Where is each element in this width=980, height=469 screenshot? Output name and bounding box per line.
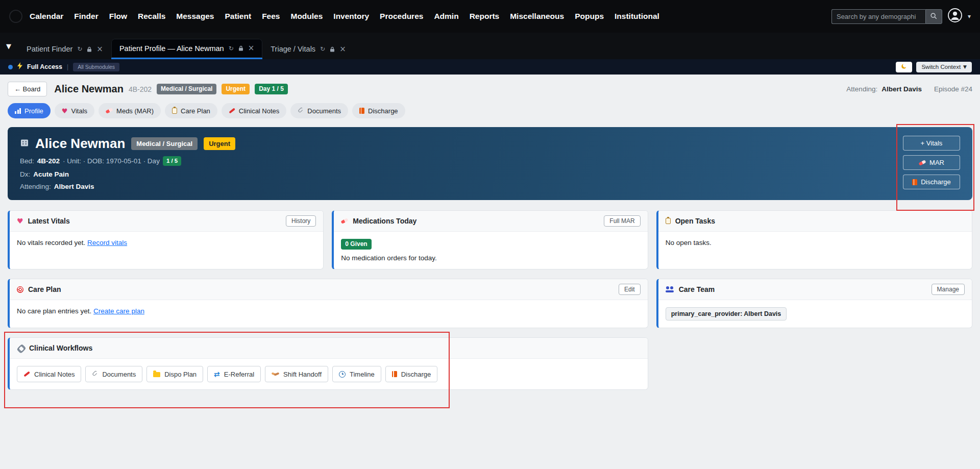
- workflow-buttons-row: Clinical Notes Documents Dispo Plan ⇄: [17, 366, 641, 382]
- given-count-badge: 0 Given: [341, 239, 371, 250]
- tab-refresh-icon[interactable]: ↻: [320, 46, 325, 52]
- tab-close-icon[interactable]: ×: [339, 45, 346, 53]
- tab-label: Patient Profile — Alice Newman: [119, 44, 224, 53]
- workflow-clinical-notes-button[interactable]: Clinical Notes: [17, 366, 81, 382]
- page-header: ← Board Alice Newman 4B-202 Medical / Su…: [8, 82, 972, 96]
- tab-patient-profile[interactable]: Patient Profile — Alice Newman ↻ ×: [111, 39, 262, 59]
- workflow-documents-button[interactable]: Documents: [85, 366, 142, 382]
- nav-item-inventory[interactable]: Inventory: [333, 12, 369, 21]
- user-menu-caret-icon[interactable]: ▾: [968, 13, 971, 19]
- submodules-badge: All Submodules: [73, 63, 119, 71]
- care-plan-edit-button[interactable]: Edit: [619, 284, 641, 295]
- workflow-dispo-plan-button[interactable]: Dispo Plan: [146, 366, 203, 382]
- workflow-discharge-button[interactable]: Discharge: [385, 366, 438, 382]
- room-number: 4B-202: [129, 85, 152, 93]
- nav-item-calendar[interactable]: Calendar: [30, 12, 63, 21]
- people-icon: [666, 286, 674, 292]
- access-level-label: Full Access: [27, 63, 62, 70]
- record-vitals-link[interactable]: Record vitals: [87, 239, 127, 246]
- nav-item-finder[interactable]: Finder: [74, 12, 98, 21]
- heart-icon: ♥: [17, 217, 23, 225]
- attending-label: Attending:: [846, 85, 877, 93]
- nav-item-institutional[interactable]: Institutional: [615, 12, 659, 21]
- card-title: Care Team: [679, 285, 715, 293]
- mar-button[interactable]: MAR: [903, 155, 960, 170]
- target-icon: [17, 286, 23, 293]
- add-vitals-button[interactable]: + Vitals: [903, 136, 960, 151]
- attending-name: Albert Davis: [54, 183, 94, 190]
- banner-acuity-badge: Urgent: [204, 137, 235, 151]
- tab-close-icon[interactable]: ×: [248, 44, 255, 52]
- acuity-badge: Urgent: [222, 84, 250, 94]
- nav-item-recalls[interactable]: Recalls: [138, 12, 165, 21]
- button-label: E-Referral: [224, 371, 254, 378]
- nav-item-popups[interactable]: Popups: [575, 12, 604, 21]
- nav-item-messages[interactable]: Messages: [176, 12, 214, 21]
- folder-icon: [153, 372, 160, 377]
- nav-item-modules[interactable]: Modules: [290, 12, 323, 21]
- pill-label: Meds (MAR): [116, 107, 154, 115]
- search-button[interactable]: [925, 9, 942, 24]
- vitals-history-button[interactable]: History: [286, 215, 316, 227]
- care-team-manage-button[interactable]: Manage: [932, 284, 965, 295]
- paperclip-icon: [298, 107, 304, 115]
- tab-refresh-icon[interactable]: ↻: [77, 46, 82, 52]
- care-plan-card: Care Plan Edit No care plan entries yet.…: [8, 279, 648, 328]
- workflow-timeline-button[interactable]: Timeline: [332, 366, 381, 382]
- tab-lock-icon[interactable]: [330, 46, 335, 52]
- create-care-plan-link[interactable]: Create care plan: [93, 307, 144, 315]
- hospital-icon: [20, 139, 29, 149]
- banner-discharge-button[interactable]: Discharge: [903, 175, 960, 189]
- theme-toggle-button[interactable]: [896, 62, 912, 72]
- patient-section-pills: Profile ♥ Vitals Meds (MAR) Care Plan Cl…: [8, 103, 972, 118]
- tab-lock-icon[interactable]: [238, 45, 243, 51]
- nav-item-procedures[interactable]: Procedures: [380, 12, 423, 21]
- medications-today-card: Medications Today Full MAR 0 Given No me…: [332, 210, 648, 269]
- banner-day-badge: 1 / 5: [163, 156, 181, 166]
- workflow-e-referral-button[interactable]: ⇄ E-Referral: [207, 366, 261, 382]
- back-to-board-button[interactable]: ← Board: [8, 82, 47, 96]
- nav-item-reports[interactable]: Reports: [470, 12, 500, 21]
- nav-item-flow[interactable]: Flow: [109, 12, 127, 21]
- switch-context-button[interactable]: Switch Context ▼: [916, 62, 972, 72]
- pill-documents[interactable]: Documents: [290, 103, 348, 118]
- user-avatar[interactable]: [947, 8, 963, 25]
- tab-bar: ▼ Patient Finder ↻ × Patient Profile — A…: [0, 33, 980, 59]
- nav-item-fees[interactable]: Fees: [262, 12, 280, 21]
- full-mar-button[interactable]: Full MAR: [604, 215, 640, 227]
- tab-close-icon[interactable]: ×: [96, 45, 103, 53]
- pill-capsule-icon: [918, 160, 926, 166]
- tab-label: Patient Finder: [27, 45, 72, 53]
- pill-profile[interactable]: Profile: [8, 103, 51, 118]
- pill-care-plan[interactable]: Care Plan: [165, 103, 217, 118]
- tabs-menu-caret-icon[interactable]: ▼: [6, 43, 11, 50]
- tab-refresh-icon[interactable]: ↻: [229, 45, 234, 52]
- search-icon: [930, 12, 937, 21]
- tab-lock-icon[interactable]: [87, 46, 92, 52]
- action-label: MAR: [929, 159, 944, 166]
- pill-meds-mar[interactable]: Meds (MAR): [99, 103, 161, 118]
- search-input[interactable]: [831, 9, 925, 24]
- action-label: + Vitals: [921, 139, 943, 147]
- main-content: ← Board Alice Newman 4B-202 Medical / Su…: [0, 75, 980, 390]
- demographics-searchbox: [831, 9, 942, 24]
- nav-item-miscellaneous[interactable]: Miscellaneous: [510, 12, 564, 21]
- banner-unit-badge: Medical / Surgical: [131, 137, 198, 151]
- pencil-icon: [23, 372, 30, 377]
- tab-patient-finder[interactable]: Patient Finder ↻ ×: [18, 39, 111, 59]
- pill-discharge[interactable]: Discharge: [352, 103, 405, 118]
- pill-clinical-notes[interactable]: Clinical Notes: [222, 103, 286, 118]
- latest-vitals-card: ♥ Latest Vitals History No vitals record…: [8, 210, 324, 269]
- pill-vitals[interactable]: ♥ Vitals: [55, 103, 94, 118]
- caret-down-icon: ▼: [963, 65, 967, 69]
- tab-triage-vitals[interactable]: Triage / Vitals ↻ ×: [262, 39, 354, 59]
- workflow-shift-handoff-button[interactable]: Shift Handoff: [265, 366, 328, 382]
- tab-label: Triage / Vitals: [271, 45, 315, 53]
- button-label: Discharge: [401, 371, 431, 378]
- nav-item-admin[interactable]: Admin: [434, 12, 458, 21]
- empty-state-text: No open tasks.: [666, 239, 712, 246]
- card-title: Medications Today: [353, 217, 416, 225]
- handshake-icon: [272, 372, 279, 377]
- nav-item-patient[interactable]: Patient: [225, 12, 251, 21]
- main-menu: Calendar Finder Flow Recalls Messages Pa…: [30, 12, 659, 21]
